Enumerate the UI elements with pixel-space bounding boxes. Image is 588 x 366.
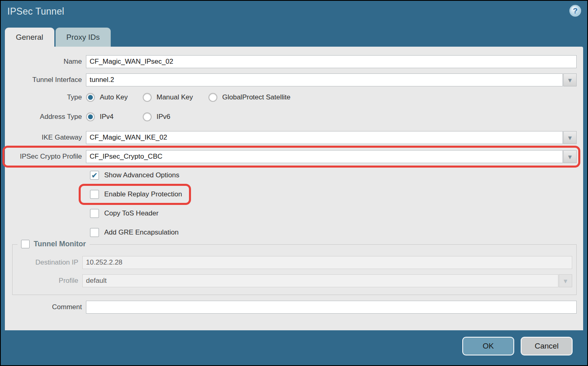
comment-input[interactable]	[86, 301, 577, 314]
radio-ipv4-control[interactable]	[86, 112, 95, 121]
ike-gateway-row: IKE Gateway ▼	[5, 131, 583, 144]
ike-gateway-dropdown-button[interactable]: ▼	[563, 131, 577, 144]
ipsec-crypto-profile-input[interactable]	[86, 150, 563, 163]
tab-bar: General Proxy IDs	[5, 28, 111, 47]
name-row: Name	[5, 55, 583, 68]
monitor-profile-label: Profile	[13, 277, 82, 285]
radio-manual-key-control[interactable]	[143, 93, 152, 102]
checkbox-tunnel-monitor-control[interactable]: ✔	[21, 240, 30, 248]
tunnel-interface-input[interactable]	[86, 73, 563, 86]
check-icon: ✔	[91, 172, 98, 179]
checkbox-enable-replay-protection[interactable]: ✔ Enable Replay Protection	[90, 189, 182, 199]
name-input[interactable]	[86, 55, 577, 68]
ike-gateway-label: IKE Gateway	[5, 133, 86, 142]
monitor-profile-dropdown-button: ▼	[559, 274, 572, 287]
ipsec-tunnel-dialog: IPSec Tunnel ? General Proxy IDs Name Tu…	[0, 0, 588, 366]
tunnel-interface-row: Tunnel Interface ▼	[5, 73, 583, 86]
type-row: Type Auto Key Manual Key GlobalProtect S…	[5, 93, 583, 102]
checkbox-enable-replay-protection-control[interactable]: ✔	[90, 190, 99, 199]
checkbox-add-gre-encapsulation-control[interactable]: ✔	[90, 228, 99, 237]
help-icon[interactable]: ?	[569, 5, 581, 17]
advanced-options-checkbox-list: ✔ Show Advanced Options ✔ Enable Replay …	[90, 170, 583, 237]
monitor-profile-input	[82, 274, 558, 287]
chevron-down-icon: ▼	[562, 278, 569, 284]
comment-label: Comment	[5, 303, 86, 311]
ok-button[interactable]: OK	[462, 337, 514, 355]
dialog-footer: OK Cancel	[462, 337, 573, 355]
ike-gateway-input[interactable]	[86, 131, 563, 144]
checkbox-copy-tos-header-control[interactable]: ✔	[90, 209, 99, 218]
checkbox-copy-tos-header[interactable]: ✔ Copy ToS Header	[90, 209, 159, 218]
checkbox-add-gre-encapsulation[interactable]: ✔ Add GRE Encapsulation	[90, 228, 178, 237]
tunnel-interface-label: Tunnel Interface	[5, 76, 86, 84]
general-tab-panel: Name Tunnel Interface ▼ Type Auto K	[5, 47, 583, 330]
radio-auto-key-control[interactable]	[86, 93, 95, 102]
radio-globalprotect-satellite[interactable]: GlobalProtect Satellite	[208, 93, 290, 102]
tunnel-monitor-legend: ✔ Tunnel Monitor	[17, 240, 90, 248]
destination-ip-row: Destination IP	[13, 256, 572, 269]
comment-row: Comment	[5, 301, 583, 314]
type-label: Type	[5, 93, 86, 101]
ipsec-crypto-profile-label: IPSec Crypto Profile	[5, 153, 86, 161]
checkbox-show-advanced-options-control[interactable]: ✔	[90, 171, 99, 180]
radio-ipv6[interactable]: IPv6	[143, 112, 170, 121]
tab-general[interactable]: General	[5, 28, 54, 47]
ipsec-crypto-profile-row: IPSec Crypto Profile ▼	[5, 150, 583, 163]
cancel-button[interactable]: Cancel	[521, 337, 573, 355]
address-type-row: Address Type IPv4 IPv6	[5, 112, 583, 121]
radio-manual-key[interactable]: Manual Key	[143, 93, 208, 102]
dialog-title: IPSec Tunnel	[7, 6, 64, 17]
tab-proxy-ids[interactable]: Proxy IDs	[56, 28, 111, 47]
radio-globalprotect-satellite-control[interactable]	[208, 93, 217, 102]
tunnel-monitor-label: Tunnel Monitor	[34, 240, 86, 248]
destination-ip-input	[82, 256, 572, 269]
ipsec-crypto-profile-dropdown-button[interactable]: ▼	[563, 150, 577, 163]
destination-ip-label: Destination IP	[13, 258, 82, 267]
tunnel-interface-dropdown-button[interactable]: ▼	[563, 73, 577, 86]
address-type-label: Address Type	[5, 113, 86, 121]
checkbox-show-advanced-options[interactable]: ✔ Show Advanced Options	[90, 170, 179, 180]
name-label: Name	[5, 58, 86, 66]
monitor-profile-row: Profile ▼	[13, 274, 572, 287]
radio-ipv4[interactable]: IPv4	[86, 112, 143, 121]
tunnel-monitor-fieldset: ✔ Tunnel Monitor Destination IP Profile …	[12, 244, 577, 295]
radio-auto-key[interactable]: Auto Key	[86, 93, 143, 102]
chevron-down-icon: ▼	[567, 135, 573, 141]
chevron-down-icon: ▼	[567, 77, 573, 83]
chevron-down-icon: ▼	[567, 154, 573, 160]
radio-ipv6-control[interactable]	[143, 112, 152, 121]
